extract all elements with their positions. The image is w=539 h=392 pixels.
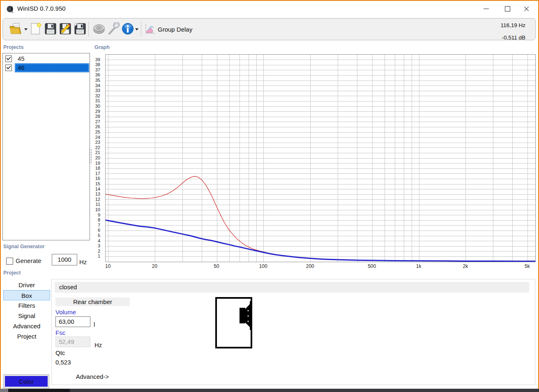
y-tick-label: 2 bbox=[98, 249, 100, 254]
volume-input[interactable]: 63,00 bbox=[55, 316, 90, 327]
project-checkbox[interactable] bbox=[5, 55, 12, 62]
y-tick-label: 33 bbox=[95, 88, 100, 93]
minimize-button[interactable] bbox=[477, 1, 495, 16]
qtc-label: Qtc bbox=[55, 349, 65, 356]
y-tick-label: 22 bbox=[95, 145, 100, 150]
x-tick-label: 5k bbox=[518, 263, 536, 269]
generator-frequency-input[interactable]: 1000 bbox=[52, 254, 77, 265]
x-tick-label: 100 bbox=[254, 263, 272, 269]
project-item-label[interactable]: 46 bbox=[15, 63, 89, 72]
advanced-button[interactable]: Advanced-> bbox=[55, 373, 129, 380]
save-as-icon[interactable] bbox=[74, 22, 87, 35]
y-tick-label: 39 bbox=[95, 57, 100, 62]
x-tick-label: 50 bbox=[207, 263, 226, 269]
y-tick-label: 29 bbox=[95, 109, 100, 114]
group-delay-chart-icon[interactable] bbox=[144, 23, 156, 35]
edit-icon[interactable] bbox=[59, 22, 72, 35]
project-list-item[interactable]: 46 bbox=[3, 63, 90, 72]
graph-section-label: Graph bbox=[94, 44, 110, 50]
fsc-label: Fsc bbox=[55, 329, 65, 336]
y-tick-label: 38 bbox=[95, 62, 100, 67]
color-button-swatch[interactable]: Color bbox=[5, 376, 48, 387]
close-button[interactable] bbox=[517, 1, 536, 16]
cursor-frequency-readout: 116,19 Hz bbox=[500, 22, 525, 28]
y-tick-label: 1 bbox=[98, 254, 100, 258]
y-tick-label: 6 bbox=[98, 228, 100, 233]
toolbar-separator bbox=[88, 22, 89, 37]
open-dropdown-arrow[interactable] bbox=[24, 28, 28, 30]
generate-checkbox[interactable] bbox=[6, 258, 13, 265]
y-tick-label: 8 bbox=[98, 217, 100, 222]
tab-box[interactable]: Box bbox=[3, 290, 50, 300]
y-tick-label: 27 bbox=[95, 119, 100, 124]
volume-unit: l bbox=[94, 321, 95, 328]
y-tick-label: 7 bbox=[98, 223, 100, 228]
y-tick-label: 5 bbox=[98, 233, 100, 238]
project-checkbox[interactable] bbox=[5, 65, 12, 71]
save-icon[interactable] bbox=[44, 22, 57, 35]
box-type-header[interactable]: closed bbox=[55, 282, 529, 293]
enclosure-diagram bbox=[215, 297, 252, 348]
generate-checkbox-label[interactable]: Generate bbox=[16, 257, 41, 264]
taskbar-edge bbox=[0, 389, 539, 392]
tab-project[interactable]: Project bbox=[3, 331, 50, 341]
fsc-unit: Hz bbox=[94, 341, 102, 348]
open-project-icon[interactable] bbox=[9, 22, 22, 35]
options-wrench-icon[interactable] bbox=[106, 22, 120, 35]
group-delay-plot[interactable] bbox=[105, 54, 536, 262]
y-tick-label: 19 bbox=[95, 161, 100, 166]
projects-section-label: Projects bbox=[3, 44, 23, 50]
signal-generator-label: Signal Generator bbox=[3, 244, 45, 249]
volume-label: Volume bbox=[55, 309, 76, 316]
project-list-item[interactable]: 45 bbox=[3, 54, 90, 63]
toolbar-separator-2 bbox=[141, 22, 141, 37]
y-tick-label: 26 bbox=[95, 124, 100, 129]
projects-list[interactable]: 45 46 bbox=[2, 53, 90, 240]
about-info-icon[interactable] bbox=[121, 22, 134, 35]
y-tick-label: 30 bbox=[95, 104, 100, 108]
maximize-icon bbox=[505, 6, 510, 12]
info-dropdown-arrow[interactable] bbox=[135, 28, 138, 30]
y-tick-label: 21 bbox=[95, 150, 100, 155]
y-tick-label: 4 bbox=[98, 238, 100, 243]
y-tick-label: 11 bbox=[96, 202, 100, 207]
y-axis-ticks: 1234567891011121314151617181920212223242… bbox=[90, 54, 103, 262]
tab-advanced[interactable]: Advanced bbox=[3, 321, 50, 331]
y-tick-label: 32 bbox=[95, 93, 100, 98]
group-delay-button[interactable]: Group Delay bbox=[158, 18, 192, 41]
y-tick-label: 28 bbox=[95, 114, 100, 119]
y-tick-label: 18 bbox=[95, 166, 100, 171]
x-tick-label: 20 bbox=[146, 263, 164, 269]
y-tick-label: 16 bbox=[95, 176, 100, 181]
y-tick-label: 20 bbox=[95, 155, 100, 160]
y-tick-label: 35 bbox=[95, 78, 100, 83]
x-tick-label: 2k bbox=[456, 263, 475, 269]
project-item-label[interactable]: 45 bbox=[15, 54, 89, 63]
maximize-button[interactable] bbox=[498, 1, 517, 16]
project-section-label: Project bbox=[3, 270, 21, 276]
tab-signal[interactable]: Signal bbox=[3, 311, 50, 321]
color-button[interactable]: Color bbox=[3, 374, 49, 388]
taskbar-edge-segment bbox=[8, 389, 70, 392]
generator-frequency-unit: Hz bbox=[79, 258, 87, 265]
y-tick-label: 34 bbox=[95, 83, 100, 88]
winisd-window: WinISD 0.7.0.950 bbox=[0, 0, 539, 392]
y-tick-label: 25 bbox=[95, 129, 100, 134]
qtc-value: 0,523 bbox=[55, 359, 71, 366]
tab-driver[interactable]: Driver bbox=[3, 280, 50, 290]
y-tick-label: 17 bbox=[95, 171, 100, 176]
y-tick-label: 9 bbox=[98, 212, 100, 217]
window-title: WinISD 0.7.0.950 bbox=[17, 1, 66, 16]
x-tick-label: 10 bbox=[99, 263, 117, 269]
rear-chamber-button[interactable]: Rear chamber bbox=[55, 297, 130, 306]
tab-filters[interactable]: Filters bbox=[3, 300, 50, 311]
new-project-icon[interactable] bbox=[29, 22, 42, 35]
driver-database-icon[interactable] bbox=[92, 22, 106, 35]
y-tick-label: 3 bbox=[98, 243, 100, 248]
x-tick-label: 200 bbox=[301, 263, 319, 269]
minimize-icon bbox=[484, 9, 489, 9]
title-bar[interactable]: WinISD 0.7.0.950 bbox=[1, 1, 538, 16]
y-tick-label: 15 bbox=[95, 181, 100, 186]
group-delay-chart[interactable] bbox=[106, 55, 535, 262]
box-tab-panel bbox=[51, 279, 535, 385]
